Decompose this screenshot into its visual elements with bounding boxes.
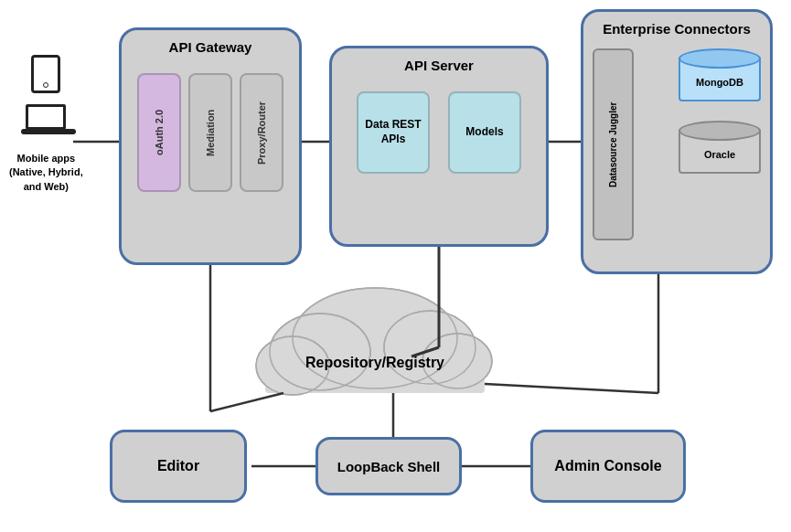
- svg-point-7: [270, 314, 370, 390]
- enterprise-connectors-title: Enterprise Connectors: [593, 21, 761, 37]
- server-modules: Data REST APIs Models: [341, 91, 537, 174]
- oracle-db: Oracle: [679, 121, 761, 180]
- svg-point-8: [384, 311, 476, 384]
- svg-point-1: [270, 314, 370, 390]
- oauth-module: oAuth 2.0: [137, 73, 181, 192]
- mediation-module: Mediation: [188, 73, 232, 192]
- datasource-juggler: Datasource Juggler: [593, 48, 634, 240]
- proxy-module: Proxy/Router: [240, 73, 283, 192]
- tablet-icon: [31, 55, 60, 93]
- data-rest-module: Data REST APIs: [357, 91, 430, 174]
- api-gateway-box: API Gateway oAuth 2.0 Mediation Proxy/Ro…: [119, 27, 302, 265]
- svg-point-0: [293, 288, 457, 388]
- mobile-apps-section: Mobile apps (Native, Hybrid, and Web): [9, 55, 83, 194]
- diagram-container: SAAS Mobile apps (Native, Hybrid, and: [0, 0, 791, 532]
- connectors-right: MongoDB Oracle: [679, 48, 761, 180]
- editor-box: Editor: [110, 430, 247, 503]
- api-server-box: API Server Data REST APIs Models: [329, 46, 549, 247]
- svg-line-27: [210, 393, 283, 411]
- laptop-icon: [26, 104, 66, 130]
- gateway-modules: oAuth 2.0 Mediation Proxy/Router: [131, 73, 290, 192]
- api-server-title: API Server: [341, 58, 537, 73]
- svg-line-31: [485, 384, 658, 393]
- mongodb-db: MongoDB: [679, 48, 761, 108]
- svg-point-6: [293, 288, 457, 388]
- enterprise-connectors-box: Enterprise Connectors Datasource Juggler…: [581, 9, 773, 274]
- admin-console-box: Admin Console: [530, 430, 686, 503]
- repository-label: Repository/Registry: [273, 355, 477, 371]
- api-gateway-title: API Gateway: [131, 39, 290, 55]
- svg-point-2: [384, 311, 476, 384]
- loopback-shell-box: LoopBack Shell: [315, 437, 462, 495]
- mobile-apps-label: Mobile apps (Native, Hybrid, and Web): [9, 152, 83, 194]
- models-module: Models: [448, 91, 521, 174]
